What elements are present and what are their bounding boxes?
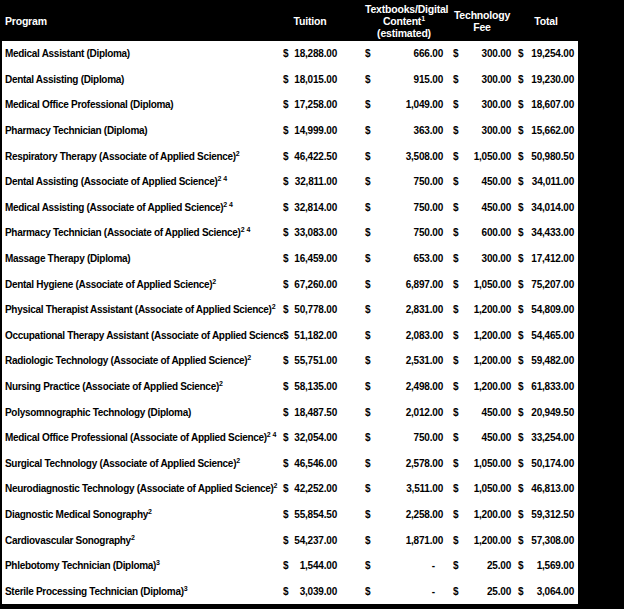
program-name: Radiologic Technology (Associate of Appl… bbox=[2, 355, 283, 366]
dollar-sign: $ bbox=[518, 304, 523, 315]
program-name-text: Massage Therapy (Diploma) bbox=[5, 253, 130, 264]
dollar-sign: $ bbox=[283, 227, 288, 238]
tuition-amount: 51,182.00 bbox=[294, 330, 337, 341]
program-name-text: Cardiovascular Sonography bbox=[5, 535, 131, 546]
tuition-amount: 3,039.00 bbox=[300, 586, 337, 597]
total-cell: $ 54,465.00 bbox=[518, 330, 574, 341]
program-name-text: Medical Office Professional (Associate o… bbox=[5, 432, 267, 443]
dollar-sign: $ bbox=[365, 483, 370, 494]
program-name: Sterile Processing Technician (Diploma)3 bbox=[2, 586, 283, 597]
textbooks-amount: 2,831.00 bbox=[406, 304, 443, 315]
technology-fee-amount: 1,200.00 bbox=[474, 381, 511, 392]
technology-fee-amount: 1,200.00 bbox=[474, 330, 511, 341]
program-name-text: Sterile Processing Technician (Diploma) bbox=[5, 586, 184, 597]
table-row: Dental Assisting (Diploma) $ 18,015.00 $… bbox=[2, 67, 578, 93]
program-name-text: Neurodiagnostic Technology (Associate of… bbox=[5, 483, 274, 494]
textbooks-cell: $ 915.00 bbox=[365, 74, 443, 85]
technology-fee-amount: 1,200.00 bbox=[474, 304, 511, 315]
dollar-sign: $ bbox=[518, 483, 523, 494]
textbooks-cell: $ 750.00 bbox=[365, 202, 443, 213]
program-name: Nursing Practice (Associate of Applied S… bbox=[2, 381, 283, 392]
technology-fee-cell: $ 1,200.00 bbox=[453, 509, 511, 520]
dollar-sign: $ bbox=[365, 407, 370, 418]
column-header-total: Total bbox=[518, 15, 574, 27]
total-cell: $ 33,254.00 bbox=[518, 432, 574, 443]
dollar-sign: $ bbox=[283, 586, 288, 597]
total-cell: $ 59,312.50 bbox=[518, 509, 574, 520]
textbooks-cell: $ 2,578.00 bbox=[365, 458, 443, 469]
tuition-cell: $ 32,054.00 bbox=[283, 432, 337, 443]
program-name-text: Occupational Therapy Assistant (Associat… bbox=[5, 330, 283, 341]
total-cell: $ 46,813.00 bbox=[518, 483, 574, 494]
tuition-amount: 55,751.00 bbox=[294, 355, 337, 366]
technology-fee-cell: $ 25.00 bbox=[453, 560, 511, 571]
table-body: Medical Assistant (Diploma) $ 18,288.00 … bbox=[2, 41, 578, 604]
tuition-amount: 54,237.00 bbox=[294, 535, 337, 546]
technology-fee-amount: 25.00 bbox=[487, 560, 511, 571]
table-row: Dental Hygiene (Associate of Applied Sci… bbox=[2, 271, 578, 297]
table-row: Pharmacy Technician (Diploma) $ 14,999.0… bbox=[2, 118, 578, 144]
textbooks-cell: $ 2,531.00 bbox=[365, 355, 443, 366]
tuition-cell: $ 32,814.00 bbox=[283, 202, 337, 213]
total-amount: 54,809.00 bbox=[531, 304, 574, 315]
program-name: Medical Office Professional (Associate o… bbox=[2, 432, 283, 443]
dollar-sign: $ bbox=[453, 381, 458, 392]
technology-fee-cell: $ 1,050.00 bbox=[453, 151, 511, 162]
textbooks-amount: 1,871.00 bbox=[406, 535, 443, 546]
textbooks-header-line1: Textbooks/Digital bbox=[365, 3, 448, 15]
program-name-text: Nursing Practice (Associate of Applied S… bbox=[5, 381, 219, 392]
technology-fee-cell: $ 450.00 bbox=[453, 432, 511, 443]
program-name: Physical Therapist Assistant (Associate … bbox=[2, 304, 283, 315]
total-cell: $ 50,980.50 bbox=[518, 151, 574, 162]
dollar-sign: $ bbox=[453, 48, 458, 59]
dollar-sign: $ bbox=[453, 99, 458, 110]
dollar-sign: $ bbox=[283, 355, 288, 366]
tuition-amount: 32,814.00 bbox=[294, 202, 337, 213]
tuition-amount: 18,288.00 bbox=[294, 48, 337, 59]
total-cell: $ 54,809.00 bbox=[518, 304, 574, 315]
total-amount: 18,607.00 bbox=[531, 99, 574, 110]
technology-header-line2: Fee bbox=[473, 21, 491, 33]
total-cell: $ 19,230.00 bbox=[518, 74, 574, 85]
dollar-sign: $ bbox=[365, 330, 370, 341]
table-row: Radiologic Technology (Associate of Appl… bbox=[2, 348, 578, 374]
dollar-sign: $ bbox=[453, 176, 458, 187]
program-name-text: Respiratory Therapy (Associate of Applie… bbox=[5, 151, 236, 162]
table-row: Sterile Processing Technician (Diploma)3… bbox=[2, 578, 578, 604]
program-name: Dental Hygiene (Associate of Applied Sci… bbox=[2, 279, 283, 290]
dollar-sign: $ bbox=[283, 48, 288, 59]
tuition-amount: 32,054.00 bbox=[294, 432, 337, 443]
textbooks-cell: $ 750.00 bbox=[365, 227, 443, 238]
dollar-sign: $ bbox=[283, 253, 288, 264]
dollar-sign: $ bbox=[365, 509, 370, 520]
technology-fee-cell: $ 300.00 bbox=[453, 125, 511, 136]
tuition-cell: $ 51,182.00 bbox=[283, 330, 337, 341]
program-name-text: Dental Assisting (Associate of Applied S… bbox=[5, 176, 217, 187]
tuition-cell: $ 32,811.00 bbox=[283, 176, 337, 187]
footnote-marker: 2 4 bbox=[241, 227, 251, 233]
tuition-amount: 67,260.00 bbox=[294, 279, 337, 290]
dollar-sign: $ bbox=[365, 355, 370, 366]
technology-fee-amount: 300.00 bbox=[482, 99, 511, 110]
textbooks-amount: 750.00 bbox=[414, 202, 443, 213]
tuition-amount: 14,999.00 bbox=[294, 125, 337, 136]
textbooks-amount: - bbox=[432, 586, 443, 597]
textbooks-cell: $ 2,831.00 bbox=[365, 304, 443, 315]
tuition-fees-table: Program Tuition Textbooks/Digital Conten… bbox=[0, 0, 624, 609]
dollar-sign: $ bbox=[283, 432, 288, 443]
textbooks-amount: 2,578.00 bbox=[406, 458, 443, 469]
technology-fee-amount: 1,050.00 bbox=[474, 279, 511, 290]
technology-fee-cell: $ 1,200.00 bbox=[453, 535, 511, 546]
program-name: Occupational Therapy Assistant (Associat… bbox=[2, 330, 283, 341]
table-row: Medical Office Professional (Associate o… bbox=[2, 425, 578, 451]
dollar-sign: $ bbox=[518, 125, 523, 136]
textbooks-amount: 3,508.00 bbox=[406, 151, 443, 162]
total-amount: 57,308.00 bbox=[531, 535, 574, 546]
technology-fee-cell: $ 450.00 bbox=[453, 176, 511, 187]
textbooks-cell: $ 750.00 bbox=[365, 176, 443, 187]
total-amount: 33,254.00 bbox=[531, 432, 574, 443]
program-name: Phlebotomy Technician (Diploma)3 bbox=[2, 560, 283, 571]
table-row: Medical Assisting (Associate of Applied … bbox=[2, 195, 578, 221]
program-name-text: Medical Assistant (Diploma) bbox=[5, 48, 130, 59]
tuition-cell: $ 14,999.00 bbox=[283, 125, 337, 136]
